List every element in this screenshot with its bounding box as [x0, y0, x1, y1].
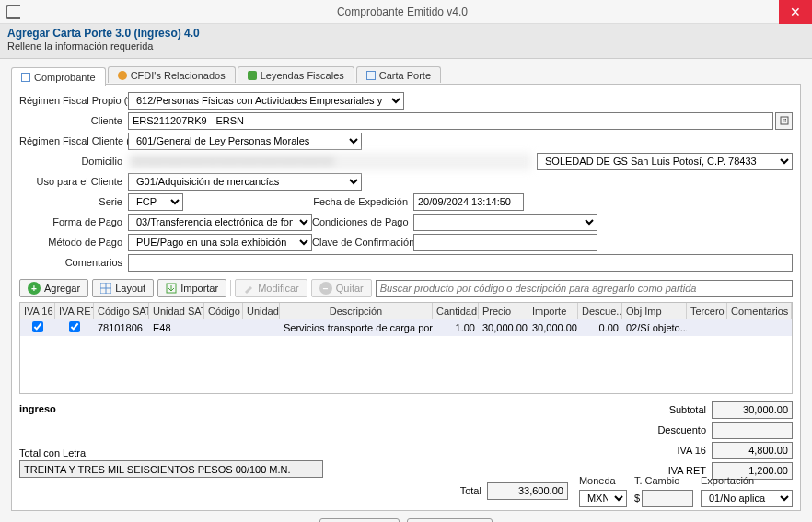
subtotal-label: Subtotal	[638, 404, 712, 415]
cancelar-button[interactable]: ✕Cancelar	[407, 518, 493, 522]
doc-icon	[21, 73, 30, 82]
agregar-button[interactable]: +Agregar	[19, 279, 88, 297]
search-input[interactable]	[376, 280, 793, 297]
form-header: Agregar Carta Porte 3.0 (Ingreso) 4.0 Re…	[0, 24, 812, 59]
cliente-input[interactable]	[128, 112, 773, 130]
aceptar-button[interactable]: ✓Aceptar	[319, 518, 400, 522]
header-iva16[interactable]: IVA 16	[20, 303, 55, 319]
header-tercero[interactable]: Tercero	[687, 303, 727, 319]
cell-cantidad: 1.00	[433, 321, 479, 334]
label-clave-conf: Clave de Confirmación	[312, 237, 413, 248]
header-ivaret[interactable]: IVA RET	[55, 303, 94, 319]
cliente-search-button[interactable]	[775, 112, 793, 130]
table-row[interactable]: 78101806 E48 Servicios transporte de car…	[20, 319, 792, 336]
close-button[interactable]: ✕	[779, 0, 812, 24]
domicilio-redacted: XXXXXXXXXXXXXXXXXXXXXXXXXXXXXX	[128, 153, 531, 170]
export-select[interactable]: 01/No aplica	[701, 490, 793, 507]
import-icon	[166, 283, 177, 294]
metodo-pago-select[interactable]: PUE/Pago en una sola exhibición	[128, 234, 312, 251]
label-metodo-pago: Método de Pago	[19, 237, 128, 248]
tab-comprobante[interactable]: Comprobante	[11, 67, 106, 86]
svg-rect-1	[783, 119, 784, 121]
cell-precio: 30,000.00	[479, 321, 528, 334]
export-label: Exportación	[701, 475, 793, 486]
header-precio[interactable]: Precio	[479, 303, 528, 319]
forma-pago-select[interactable]: 03/Transferencia electrónica de fondos	[128, 214, 312, 231]
row-iva16-check[interactable]	[32, 321, 43, 332]
cell-obj-imp: 02/Sí objeto...	[622, 321, 687, 334]
moneda-label: Moneda	[579, 475, 627, 486]
cell-unidad-sat: E48	[149, 321, 204, 334]
cell-codigo	[204, 327, 243, 329]
label-forma-pago: Forma de Pago	[19, 216, 128, 227]
tab-carta-porte[interactable]: Carta Porte	[356, 66, 441, 83]
doc-icon	[366, 71, 376, 80]
cell-unidad	[243, 327, 280, 329]
fecha-exp-input[interactable]	[413, 193, 524, 211]
layout-button[interactable]: Layout	[92, 279, 154, 297]
label-regimen-cliente: Régimen Fiscal Cliente (*)	[19, 135, 128, 146]
descuento-label: Descuento	[638, 424, 712, 435]
tcambio-prefix: $	[634, 493, 640, 504]
row-ivaret-check[interactable]	[69, 321, 80, 332]
label-regimen-propio: Régimen Fiscal Propio (*)	[19, 95, 128, 106]
tcambio-label: T. Cambio	[634, 475, 693, 486]
cell-codigo-sat: 78101806	[94, 321, 149, 334]
cond-pago-select[interactable]	[413, 214, 597, 231]
cell-tercero	[687, 327, 727, 329]
plus-icon: +	[28, 282, 41, 295]
iva16-value	[712, 442, 793, 459]
tab-cfdis[interactable]: CFDI's Relacionados	[108, 66, 236, 83]
total-letra-value	[19, 460, 323, 478]
header-codigo[interactable]: Código	[204, 303, 243, 319]
regimen-propio-select[interactable]: 612/Personas Físicas con Actividades Emp…	[128, 92, 404, 110]
cell-importe: 30,000.00	[528, 321, 578, 334]
header-codigo-sat[interactable]: Código SAT	[94, 303, 149, 319]
domicilio-select[interactable]: SOLEDAD DE GS San Luis Potosí, C.P. 7843…	[537, 153, 793, 170]
total-label: Total	[413, 485, 487, 496]
header-cantidad[interactable]: Cantidad	[433, 303, 479, 319]
header-descripcion[interactable]: Descripción	[280, 303, 433, 319]
edit-icon	[243, 283, 254, 294]
form-title: Agregar Carta Porte 3.0 (Ingreso) 4.0	[7, 27, 805, 40]
iva16-label: IVA 16	[638, 445, 712, 456]
ingreso-label: ingreso	[19, 403, 323, 414]
building-icon	[779, 115, 790, 126]
grid-header: IVA 16 IVA RET Código SAT Unidad SAT Cód…	[20, 303, 792, 319]
header-obj-imp[interactable]: Obj Imp	[622, 303, 687, 319]
descuento-value	[712, 422, 793, 439]
title-bar: Comprobante Emitido v4.0 ✕	[0, 0, 812, 24]
cell-descuento: 0.00	[578, 321, 622, 334]
comentarios-input[interactable]	[128, 254, 793, 272]
cell-descripcion: Servicios transporte de carga por carret…	[280, 321, 433, 334]
form-subtitle: Rellene la información requerida	[7, 41, 805, 52]
importar-button[interactable]: Importar	[157, 279, 226, 297]
label-comentarios: Comentarios	[19, 257, 128, 268]
total-letra-label: Total con Letra	[19, 447, 323, 458]
app-icon	[6, 5, 20, 19]
header-descuento[interactable]: Descue...	[578, 303, 622, 319]
regimen-cliente-select[interactable]: 601/General de Ley Personas Morales	[128, 133, 362, 150]
window-title: Comprobante Emitido v4.0	[26, 6, 779, 18]
header-unidad-sat[interactable]: Unidad SAT	[149, 303, 204, 319]
tab-leyendas[interactable]: Leyendas Fiscales	[238, 66, 354, 83]
label-serie: Serie	[19, 196, 128, 207]
tab-strip: Comprobante CFDI's Relacionados Leyendas…	[11, 66, 801, 85]
modificar-button: Modificar	[235, 279, 307, 297]
label-domicilio: Domicilio	[19, 156, 128, 167]
minus-icon: −	[319, 282, 332, 295]
header-importe[interactable]: Importe	[528, 303, 578, 319]
total-value	[487, 482, 568, 500]
subtotal-value	[712, 401, 793, 419]
tcambio-input[interactable]	[642, 490, 693, 507]
label-cliente: Cliente	[19, 115, 128, 126]
serie-select[interactable]: FCP	[128, 193, 183, 211]
svg-rect-3	[783, 122, 784, 123]
header-comentarios[interactable]: Comentarios	[727, 303, 792, 319]
leaf-icon	[248, 71, 257, 80]
header-unidad[interactable]: Unidad	[243, 303, 280, 319]
clave-conf-input[interactable]	[413, 234, 597, 251]
moneda-select[interactable]: MXN	[579, 490, 627, 507]
label-fecha-exp: Fecha de Expedición	[183, 196, 413, 207]
uso-cliente-select[interactable]: G01/Adquisición de mercancías	[128, 173, 362, 191]
